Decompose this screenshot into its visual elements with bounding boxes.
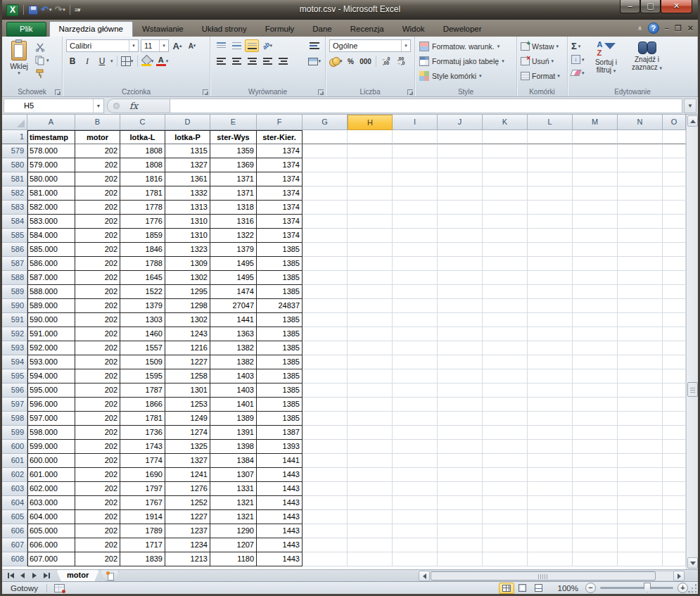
cell-O586[interactable] — [663, 243, 686, 257]
cell-M586[interactable] — [573, 243, 618, 257]
cell-O579[interactable] — [663, 144, 686, 158]
fill-color-button[interactable]: ▾ — [141, 55, 154, 68]
cell-G592[interactable] — [303, 327, 348, 341]
cell-N586[interactable] — [618, 243, 663, 257]
zoom-slider[interactable] — [600, 587, 673, 589]
macro-record-icon[interactable] — [54, 584, 65, 592]
cell-A590[interactable]: 589.000 — [27, 299, 75, 313]
cell-F596[interactable]: 1385 — [257, 383, 303, 398]
page-layout-view-button[interactable] — [515, 583, 530, 594]
font-family-combo[interactable]: Calibri▾ — [66, 39, 139, 52]
cell-K594[interactable] — [483, 355, 528, 369]
column-header-J[interactable]: J — [438, 115, 483, 130]
cell-J592[interactable] — [438, 327, 483, 341]
cell-A583[interactable]: 582.000 — [27, 201, 75, 215]
comma-style-button[interactable]: 000 — [359, 55, 372, 68]
cell-E1[interactable]: ster-Wys — [210, 130, 257, 144]
cell-G584[interactable] — [303, 215, 348, 229]
cell-B593[interactable]: 202 — [75, 341, 120, 355]
cell-O580[interactable] — [663, 158, 686, 172]
align-right-button[interactable] — [245, 55, 259, 68]
scroll-down-button[interactable] — [687, 557, 698, 569]
cell-C582[interactable]: 1781 — [120, 186, 165, 201]
cell-D579[interactable]: 1315 — [165, 144, 210, 158]
cell-H588[interactable] — [348, 271, 393, 285]
cell-H595[interactable] — [348, 369, 393, 383]
cell-J586[interactable] — [438, 243, 483, 257]
cell-D590[interactable]: 1298 — [165, 299, 210, 313]
cell-K582[interactable] — [483, 186, 528, 201]
cell-A591[interactable]: 590.000 — [27, 313, 75, 327]
cell-I604[interactable] — [393, 496, 438, 510]
cell-G580[interactable] — [303, 158, 348, 172]
cell-L596[interactable] — [528, 383, 573, 398]
last-sheet-button[interactable] — [41, 571, 52, 581]
cell-E579[interactable]: 1359 — [210, 144, 257, 158]
cell-J594[interactable] — [438, 355, 483, 369]
cell-K580[interactable] — [483, 158, 528, 172]
row-header-598[interactable]: 598 — [2, 412, 27, 426]
cell-I600[interactable] — [393, 440, 438, 454]
cell-F581[interactable]: 1374 — [257, 172, 303, 186]
cell-B589[interactable]: 202 — [75, 285, 120, 299]
cell-A593[interactable]: 592.000 — [27, 341, 75, 355]
cell-A589[interactable]: 588.000 — [27, 285, 75, 299]
tab-narz-dzia-g-wne[interactable]: Narzędzia główne — [49, 21, 133, 37]
cell-H591[interactable] — [348, 313, 393, 327]
cell-L587[interactable] — [528, 257, 573, 271]
help-button[interactable]: ? — [648, 23, 659, 34]
align-left-button[interactable] — [214, 55, 228, 68]
delete-cells-button[interactable]: Usuń▾ — [519, 54, 565, 68]
cell-O591[interactable] — [663, 313, 686, 327]
clipboard-dialog-launcher[interactable] — [55, 89, 61, 95]
cell-E587[interactable]: 1495 — [210, 257, 257, 271]
cell-C1[interactable]: lotka-L — [120, 130, 165, 144]
cell-G1[interactable] — [303, 130, 348, 144]
italic-button[interactable]: I — [81, 55, 94, 68]
cell-I592[interactable] — [393, 327, 438, 341]
cell-L592[interactable] — [528, 327, 573, 341]
cell-I602[interactable] — [393, 468, 438, 482]
workbook-minimize-button[interactable]: – — [665, 24, 669, 32]
cell-E596[interactable]: 1403 — [210, 383, 257, 398]
cell-E581[interactable]: 1371 — [210, 172, 257, 186]
cell-I581[interactable] — [393, 172, 438, 186]
cell-B588[interactable]: 202 — [75, 271, 120, 285]
row-header-586[interactable]: 586 — [2, 243, 27, 257]
cell-H582[interactable] — [348, 186, 393, 201]
column-header-N[interactable]: N — [618, 115, 663, 130]
cell-H604[interactable] — [348, 496, 393, 510]
cell-G582[interactable] — [303, 186, 348, 201]
cell-N582[interactable] — [618, 186, 663, 201]
cell-M591[interactable] — [573, 313, 618, 327]
cell-A592[interactable]: 591.000 — [27, 327, 75, 341]
cell-E597[interactable]: 1401 — [210, 398, 257, 412]
cell-L590[interactable] — [528, 299, 573, 313]
cell-E593[interactable]: 1382 — [210, 341, 257, 355]
tab-wstawianie[interactable]: Wstawianie — [133, 22, 193, 37]
sheet-tab-motor[interactable]: motor — [56, 570, 99, 582]
cell-A579[interactable]: 578.000 — [27, 144, 75, 158]
cell-M583[interactable] — [573, 201, 618, 215]
row-header-583[interactable]: 583 — [2, 201, 27, 215]
cell-O603[interactable] — [663, 482, 686, 496]
cell-J582[interactable] — [438, 186, 483, 201]
cell-D605[interactable]: 1227 — [165, 510, 210, 524]
cell-O596[interactable] — [663, 383, 686, 398]
tab-plik[interactable]: Plik — [6, 22, 46, 37]
cell-M598[interactable] — [573, 412, 618, 426]
cell-G588[interactable] — [303, 271, 348, 285]
cell-F591[interactable]: 1385 — [257, 313, 303, 327]
cell-G596[interactable] — [303, 383, 348, 398]
row-header-607[interactable]: 607 — [2, 538, 27, 552]
cell-K586[interactable] — [483, 243, 528, 257]
cell-C584[interactable]: 1776 — [120, 215, 165, 229]
cell-I579[interactable] — [393, 144, 438, 158]
cell-I588[interactable] — [393, 271, 438, 285]
cell-L588[interactable] — [528, 271, 573, 285]
cell-H601[interactable] — [348, 454, 393, 468]
cell-N607[interactable] — [618, 538, 663, 552]
cell-F584[interactable]: 1374 — [257, 215, 303, 229]
cell-J600[interactable] — [438, 440, 483, 454]
cell-M585[interactable] — [573, 229, 618, 243]
